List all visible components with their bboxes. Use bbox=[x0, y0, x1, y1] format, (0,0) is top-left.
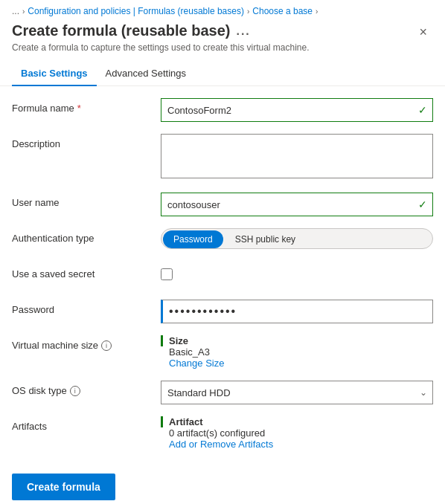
user-name-input[interactable] bbox=[161, 193, 433, 216]
tab-advanced-settings[interactable]: Advanced Settings bbox=[97, 62, 195, 86]
panel-more-button[interactable]: ... bbox=[236, 25, 250, 38]
breadcrumb-chevron-2: › bbox=[247, 7, 249, 16]
artifacts-control: Artifact 0 artifact(s) configured Add or… bbox=[161, 416, 433, 450]
vm-size-value: Basic_A3 bbox=[161, 346, 433, 358]
formula-name-wrapper: ✓ bbox=[161, 98, 433, 122]
auth-ssh-button[interactable]: SSH public key bbox=[225, 229, 306, 249]
tabs-container: Basic Settings Advanced Settings bbox=[0, 53, 445, 86]
user-name-label: User name bbox=[12, 193, 161, 208]
breadcrumb-dots[interactable]: ... bbox=[12, 6, 19, 16]
user-name-row: User name ✓ bbox=[12, 193, 433, 216]
saved-secret-row: Use a saved secret bbox=[12, 264, 433, 288]
panel-title-text: Create formula (reusable base) bbox=[12, 22, 230, 39]
auth-type-row: Authentication type Password SSH public … bbox=[12, 228, 433, 252]
change-size-link[interactable]: Change Size bbox=[161, 358, 433, 369]
os-disk-type-label: OS disk type i bbox=[12, 381, 161, 396]
os-disk-type-select[interactable]: Standard HDD Standard SSD Premium SSD bbox=[161, 381, 433, 404]
description-label: Description bbox=[12, 134, 161, 149]
close-button[interactable]: × bbox=[413, 22, 433, 42]
vm-size-row: Virtual machine size i Size Basic_A3 Cha… bbox=[12, 335, 433, 369]
breadcrumb: ... › Configuration and policies | Formu… bbox=[0, 0, 445, 19]
password-label: Password bbox=[12, 300, 161, 315]
add-remove-artifacts-link[interactable]: Add or Remove Artifacts bbox=[161, 439, 433, 450]
user-name-wrapper: ✓ bbox=[161, 193, 433, 216]
password-row: Password bbox=[12, 300, 433, 323]
artifact-count: 0 artifact(s) configured bbox=[161, 427, 433, 439]
artifact-heading: Artifact bbox=[161, 416, 433, 427]
vm-size-label: Virtual machine size i bbox=[12, 335, 161, 351]
form-body: Formula name * ✓ Description User name ✓ bbox=[0, 86, 445, 450]
vm-size-block: Size Basic_A3 Change Size bbox=[161, 335, 433, 369]
panel-title-block: Create formula (reusable base) ... Creat… bbox=[12, 22, 413, 53]
saved-secret-label: Use a saved secret bbox=[12, 264, 161, 280]
os-disk-type-control: Standard HDD Standard SSD Premium SSD ⌄ bbox=[161, 381, 433, 404]
artifacts-label: Artifacts bbox=[12, 416, 161, 432]
tab-basic-settings[interactable]: Basic Settings bbox=[12, 62, 97, 86]
description-input[interactable] bbox=[161, 134, 433, 178]
panel-title: Create formula (reusable base) ... bbox=[12, 22, 413, 39]
auth-type-control: Password SSH public key bbox=[161, 228, 433, 249]
create-formula-button[interactable]: Create formula bbox=[12, 474, 115, 500]
password-input[interactable] bbox=[161, 300, 433, 323]
breadcrumb-link-config[interactable]: Configuration and policies | Formulas (r… bbox=[28, 6, 244, 16]
breadcrumb-chevron-1: › bbox=[22, 7, 25, 16]
formula-name-control: ✓ bbox=[161, 98, 433, 122]
breadcrumb-chevron-3: › bbox=[316, 7, 318, 16]
saved-secret-checkbox[interactable] bbox=[161, 268, 173, 280]
required-star: * bbox=[77, 103, 81, 114]
formula-name-input[interactable] bbox=[161, 98, 433, 122]
auth-password-button[interactable]: Password bbox=[163, 230, 223, 248]
panel-subtitle: Create a formula to capture the settings… bbox=[12, 42, 413, 53]
auth-type-toggle: Password SSH public key bbox=[161, 228, 433, 249]
os-disk-select-wrapper: Standard HDD Standard SSD Premium SSD ⌄ bbox=[161, 381, 433, 404]
auth-type-label: Authentication type bbox=[12, 228, 161, 244]
description-control bbox=[161, 134, 433, 181]
vm-size-info-icon[interactable]: i bbox=[101, 340, 112, 351]
description-row: Description bbox=[12, 134, 433, 181]
formula-name-row: Formula name * ✓ bbox=[12, 98, 433, 122]
vm-size-control: Size Basic_A3 Change Size bbox=[161, 335, 433, 369]
panel-header: Create formula (reusable base) ... Creat… bbox=[0, 19, 445, 53]
artifacts-row: Artifacts Artifact 0 artifact(s) configu… bbox=[12, 416, 433, 450]
os-disk-info-icon[interactable]: i bbox=[70, 386, 80, 396]
breadcrumb-link-choose[interactable]: Choose a base bbox=[252, 6, 313, 16]
user-name-check-icon: ✓ bbox=[418, 198, 427, 210]
formula-name-label: Formula name * bbox=[12, 98, 161, 114]
formula-name-check-icon: ✓ bbox=[418, 104, 427, 116]
vm-size-heading: Size bbox=[161, 335, 433, 346]
footer: Create formula bbox=[0, 462, 445, 504]
saved-secret-control bbox=[161, 264, 433, 282]
user-name-control: ✓ bbox=[161, 193, 433, 216]
os-disk-type-row: OS disk type i Standard HDD Standard SSD… bbox=[12, 381, 433, 404]
artifacts-block: Artifact 0 artifact(s) configured Add or… bbox=[161, 416, 433, 450]
password-control bbox=[161, 300, 433, 323]
